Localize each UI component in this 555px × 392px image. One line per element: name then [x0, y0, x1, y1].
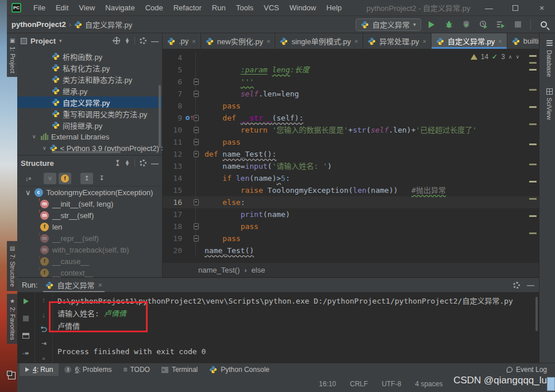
rerun-button[interactable]: [20, 296, 32, 307]
maximize-button[interactable]: [502, 0, 529, 15]
code-line[interactable]: 12▾def name_Test():: [163, 148, 539, 160]
code-line[interactable]: 17 print(name): [163, 208, 539, 220]
tool-window-button-terminal[interactable]: >Terminal: [156, 363, 203, 376]
run-tab[interactable]: 自定义异常 ×: [43, 278, 105, 292]
close-icon[interactable]: ×: [192, 38, 195, 45]
stripe-mark[interactable]: [529, 55, 537, 57]
project-scrollbar-horizontal[interactable]: [52, 151, 121, 153]
console-scrollbar[interactable]: [535, 297, 538, 331]
editor-tab[interactable]: single单例模式.py×: [275, 33, 363, 49]
project-panel-title[interactable]: Project: [30, 37, 56, 45]
status-item[interactable]: UTF-8: [381, 380, 401, 388]
menu-item-vcs[interactable]: VCS: [259, 0, 284, 16]
collapse-all-icon[interactable]: ▲▼: [125, 160, 130, 166]
project-file-row[interactable]: 间接继承.py: [17, 119, 162, 131]
fold-expanded-icon[interactable]: ▾: [194, 199, 199, 205]
editor-tab[interactable]: builtins.∨: [507, 33, 539, 49]
stop-button[interactable]: [20, 313, 32, 324]
project-external-libraries-row[interactable]: ∨External Libraries: [17, 131, 162, 142]
stripe-mark[interactable]: [529, 143, 537, 145]
project-file-row[interactable]: 重写和调用父类的方法.py: [17, 108, 162, 119]
more-icon[interactable]: »: [38, 354, 49, 363]
stripe-mark[interactable]: [529, 181, 537, 183]
code-line[interactable]: 11 pass: [163, 136, 539, 148]
menu-item-navigate[interactable]: Navigate: [100, 0, 140, 16]
run-coverage-button[interactable]: [459, 18, 473, 31]
gear-icon[interactable]: [140, 160, 147, 166]
stripe-button-project[interactable]: ▣ 1: Project: [7, 33, 18, 77]
stripe-mark[interactable]: [529, 198, 537, 200]
show-inherited-icon[interactable]: ⑂: [44, 173, 56, 184]
stripe-mark[interactable]: [529, 164, 537, 165]
down-stack-trace-icon[interactable]: ↓: [38, 310, 49, 319]
stripe-mark[interactable]: [529, 106, 537, 108]
code-line[interactable]: 8 pass: [163, 100, 539, 112]
editor-tab[interactable]: 异常处理.py×: [363, 33, 431, 49]
fold-collapsed-icon[interactable]: [194, 139, 199, 145]
project-file-row[interactable]: 私有化方法.py: [17, 62, 162, 73]
status-item[interactable]: 16:10: [319, 380, 336, 388]
editor-tab[interactable]: .py×: [163, 33, 201, 49]
stop-button[interactable]: [511, 18, 525, 31]
close-icon[interactable]: ×: [267, 38, 270, 45]
collapse-all-icon[interactable]: ▲▼: [125, 38, 130, 44]
debug-button[interactable]: [442, 18, 456, 31]
restore-layout-icon[interactable]: [20, 330, 32, 341]
code-area[interactable]: 45 :param leng:长度6 '''7 self.len=leng8 p…: [163, 52, 539, 257]
event-log-button[interactable]: Event Log: [507, 363, 555, 376]
stripe-button-sciview[interactable]: SciView: [539, 83, 555, 126]
structure-item[interactable]: m↑__str__(self): [17, 209, 162, 221]
tool-window-button--run[interactable]: 4: Run: [20, 363, 59, 376]
stripe-mark[interactable]: [529, 215, 537, 217]
close-button[interactable]: ×: [529, 0, 555, 15]
fold-collapsed-icon[interactable]: [194, 223, 199, 230]
search-everywhere-button[interactable]: [537, 18, 550, 31]
sort-alphabetically-icon[interactable]: ↓a: [22, 173, 34, 184]
code-line[interactable]: 14 if len(name)>5:: [163, 172, 539, 184]
code-line[interactable]: 15 raise ToolongmyException(len(name)) #…: [163, 184, 539, 196]
project-file-row[interactable]: 继承.py: [17, 85, 162, 96]
up-stack-trace-icon[interactable]: ↑: [38, 296, 49, 304]
menu-item-edit[interactable]: Edit: [51, 0, 74, 16]
project-file-row[interactable]: 类方法和静态方法.py: [17, 73, 162, 85]
hide-panel-icon[interactable]: —: [151, 37, 159, 45]
close-icon[interactable]: ×: [498, 38, 502, 45]
show-fields-icon[interactable]: f: [59, 173, 71, 184]
autoscroll-from-source-icon[interactable]: ↧: [95, 173, 108, 184]
menu-item-help[interactable]: Help: [321, 0, 347, 16]
project-file-row[interactable]: 析构函数.py: [17, 51, 162, 62]
chevron-down-icon[interactable]: ∨: [32, 134, 38, 139]
stripe-mark[interactable]: [529, 123, 537, 125]
breadcrumb-function[interactable]: name_Test(): [198, 266, 240, 274]
code-line[interactable]: 20name_Test(): [163, 244, 539, 257]
breadcrumb-block[interactable]: else: [252, 266, 265, 274]
project-scrollbar-vertical[interactable]: [159, 85, 161, 148]
status-item[interactable]: CRLF: [350, 380, 368, 388]
code-line[interactable]: 6 ''': [163, 76, 539, 88]
code-line[interactable]: 13 name=input('请输入姓名: '): [163, 160, 539, 172]
chevron-down-icon[interactable]: ▾: [59, 38, 62, 44]
menu-item-file[interactable]: File: [28, 0, 51, 16]
code-line[interactable]: 4: [163, 52, 539, 64]
menu-item-code[interactable]: Code: [140, 0, 168, 16]
structure-item[interactable]: f↑__context__: [17, 267, 162, 277]
expand-all-icon[interactable]: ▼▲: [115, 160, 120, 166]
close-icon[interactable]: ×: [354, 38, 358, 45]
hide-panel-icon[interactable]: —: [151, 159, 159, 168]
stripe-button-structure[interactable]: ▤ 7: Structure: [7, 241, 18, 291]
fold-collapsed-icon[interactable]: [194, 91, 199, 97]
menu-item-tools[interactable]: Tools: [231, 0, 259, 16]
fold-collapsed-icon[interactable]: [194, 79, 199, 85]
status-item[interactable]: 4 spaces: [415, 380, 442, 388]
editor-tab[interactable]: new实例化.py×: [201, 33, 276, 49]
stripe-mark[interactable]: [529, 62, 537, 64]
editor-tab[interactable]: 自定义异常.py×: [431, 33, 507, 49]
tool-window-button-python-console[interactable]: Python Console: [203, 363, 275, 376]
stripe-mark[interactable]: [529, 69, 537, 71]
close-icon[interactable]: ×: [98, 281, 102, 289]
close-icon[interactable]: ×: [423, 38, 426, 45]
run-with-configuration-button[interactable]: [494, 18, 507, 31]
code-line[interactable]: 16▾ else:: [163, 196, 539, 208]
code-line[interactable]: 7 self.len=leng: [163, 88, 539, 100]
menu-item-window[interactable]: Window: [284, 0, 321, 16]
